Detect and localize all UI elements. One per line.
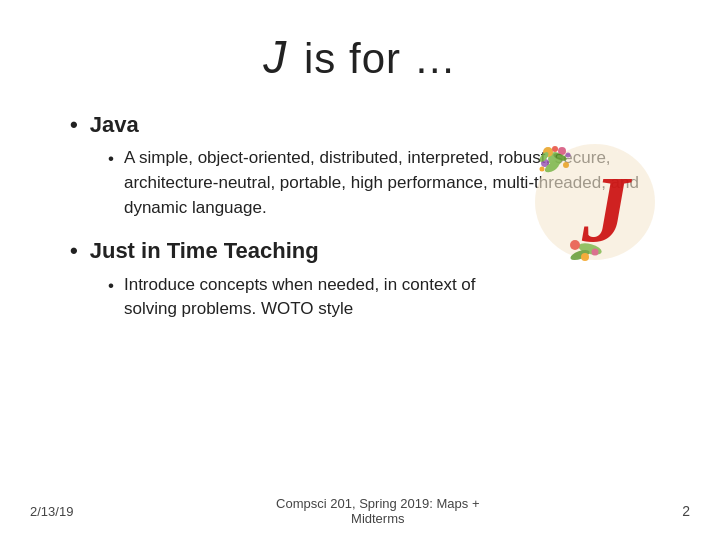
slide: J is for … Java A simple, object-oriente… bbox=[0, 0, 720, 540]
svg-point-11 bbox=[566, 152, 571, 157]
svg-point-5 bbox=[563, 162, 569, 168]
jit-sub-1: Introduce concepts when needed, in conte… bbox=[108, 273, 490, 322]
svg-point-14 bbox=[570, 240, 580, 250]
slide-title: J is for … bbox=[263, 35, 456, 82]
svg-point-9 bbox=[552, 146, 558, 152]
footer-center-line2: Midterms bbox=[276, 511, 479, 526]
jit-sub-bullets: Introduce concepts when needed, in conte… bbox=[70, 273, 490, 322]
bullet-java: Java bbox=[70, 112, 670, 138]
content-area: Java A simple, object-oriented, distribu… bbox=[50, 112, 670, 322]
footer-center-line1: Compsci 201, Spring 2019: Maps + bbox=[276, 496, 479, 511]
svg-point-10 bbox=[540, 166, 545, 171]
decorative-j-svg: J bbox=[530, 137, 660, 267]
section-jit: Just in Time Teaching Introduce concepts… bbox=[70, 238, 670, 322]
footer: 2/13/19 Compsci 201, Spring 2019: Maps +… bbox=[0, 496, 720, 526]
title-j: J bbox=[263, 31, 287, 83]
bullet-jit-label: Just in Time Teaching bbox=[90, 238, 319, 264]
decorative-j-image: J bbox=[530, 137, 660, 267]
footer-date: 2/13/19 bbox=[30, 504, 73, 519]
footer-center: Compsci 201, Spring 2019: Maps + Midterm… bbox=[276, 496, 479, 526]
bullet-java-label: Java bbox=[90, 112, 139, 138]
jit-sub-1-text: Introduce concepts when needed, in conte… bbox=[124, 273, 490, 322]
footer-page: 2 bbox=[682, 503, 690, 519]
title-rest: is for … bbox=[291, 35, 456, 82]
title-area: J is for … bbox=[50, 30, 670, 84]
svg-text:J: J bbox=[581, 157, 632, 263]
